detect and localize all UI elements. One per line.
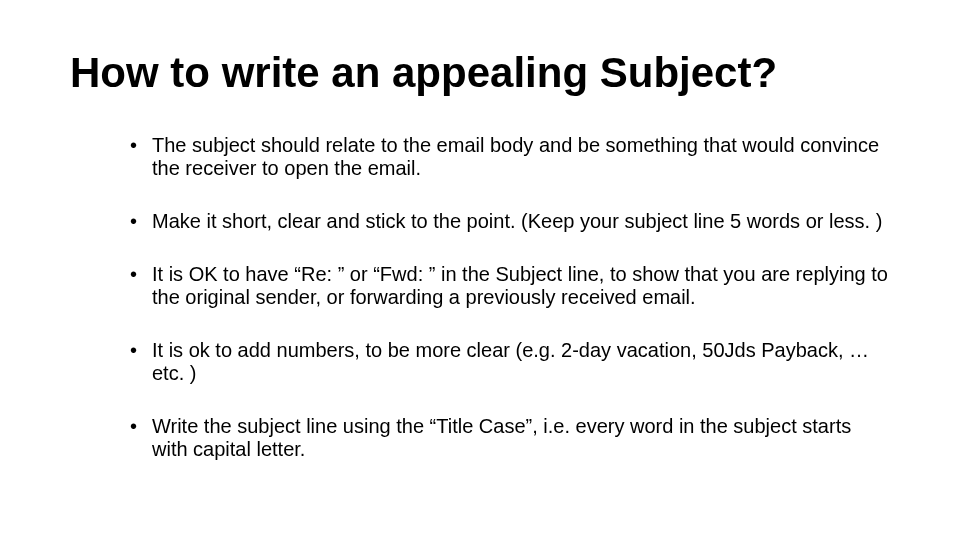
- list-item: Write the subject line using the “Title …: [130, 415, 890, 461]
- slide-title: How to write an appealing Subject?: [70, 50, 890, 96]
- list-item: It is ok to add numbers, to be more clea…: [130, 339, 890, 385]
- list-item: The subject should relate to the email b…: [130, 134, 890, 180]
- bullet-list: The subject should relate to the email b…: [70, 134, 890, 461]
- list-item: Make it short, clear and stick to the po…: [130, 210, 890, 233]
- slide-container: How to write an appealing Subject? The s…: [0, 0, 960, 540]
- list-item: It is OK to have “Re: ” or “Fwd: ” in th…: [130, 263, 890, 309]
